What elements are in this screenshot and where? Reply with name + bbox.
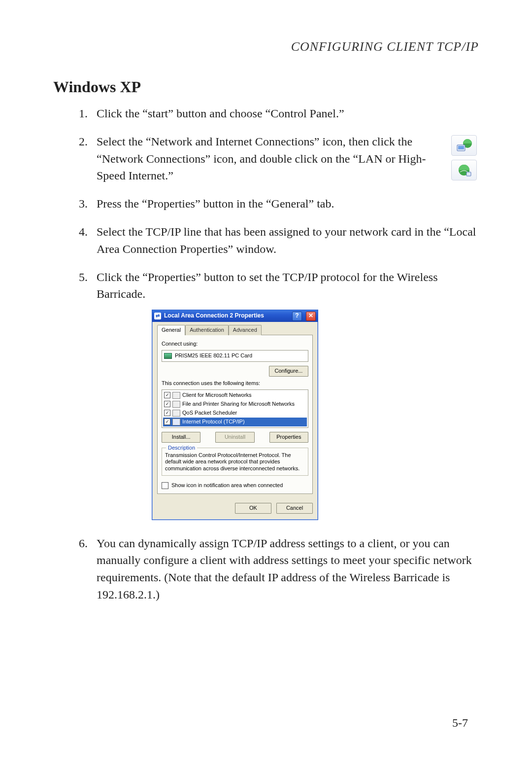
configure-button[interactable]: Configure... <box>269 366 308 377</box>
close-button[interactable]: ✕ <box>306 312 316 321</box>
network-connections-icon <box>451 135 477 156</box>
list-item[interactable]: ✓ File and Printer Sharing for Microsoft… <box>163 400 307 409</box>
step-text: You can dynamically assign TCP/IP addres… <box>97 535 479 603</box>
properties-button[interactable]: Properties <box>269 432 308 443</box>
help-button[interactable]: ? <box>292 312 302 321</box>
items-listbox[interactable]: ✓ Client for Microsoft Networks ✓ File a… <box>162 389 308 428</box>
page-number: 5-7 <box>452 716 468 730</box>
step-number: 6. <box>53 535 97 603</box>
list-item[interactable]: ✓ Client for Microsoft Networks <box>163 391 307 400</box>
connect-using-label: Connect using: <box>162 340 308 348</box>
list-item-selected[interactable]: ✓ Internet Protocol (TCP/IP) <box>163 418 307 426</box>
service-icon <box>172 401 180 408</box>
service-icon <box>172 410 180 417</box>
step-number: 4. <box>53 223 97 258</box>
list-item-label: QoS Packet Scheduler <box>182 409 237 417</box>
show-icon-checkbox[interactable] <box>162 482 168 489</box>
step-number: 1. <box>53 105 97 122</box>
ok-button[interactable]: OK <box>235 503 271 514</box>
tab-strip: General Authentication Advanced <box>157 325 313 335</box>
inline-figure <box>449 135 479 180</box>
connection-icon: ⇄ <box>154 313 161 319</box>
service-icon <box>172 419 180 425</box>
step-text: Select the “Network and Internet Connect… <box>97 133 440 184</box>
show-icon-label: Show icon in notification area when conn… <box>171 482 283 490</box>
step-number: 3. <box>53 195 97 212</box>
cancel-button[interactable]: Cancel <box>276 503 313 514</box>
properties-dialog: ⇄ Local Area Connection 2 Properties ? ✕… <box>152 310 318 520</box>
step-number: 2. <box>53 133 97 184</box>
description-group: Description Transmission Control Protoco… <box>162 448 308 476</box>
install-button[interactable]: Install... <box>162 432 200 443</box>
dialog-titlebar[interactable]: ⇄ Local Area Connection 2 Properties ? ✕ <box>152 310 318 322</box>
adapter-name: PRISM25 IEEE 802.11 PC Card <box>175 352 252 360</box>
step-text: Click the “start” button and choose “Con… <box>97 105 479 122</box>
step-number: 5. <box>53 269 97 520</box>
running-header: CONFIGURING CLIENT TCP/IP <box>53 39 479 54</box>
section-title: Windows XP <box>53 78 479 96</box>
adapter-field[interactable]: PRISM25 IEEE 802.11 PC Card <box>162 350 308 362</box>
list-item-label: File and Printer Sharing for Microsoft N… <box>182 400 295 408</box>
tab-authentication[interactable]: Authentication <box>185 325 229 335</box>
checkbox-icon[interactable]: ✓ <box>164 392 170 398</box>
list-item-label: Internet Protocol (TCP/IP) <box>182 418 245 426</box>
step-text: Click the “Properties” button to set the… <box>97 271 437 301</box>
list-item[interactable]: ✓ QoS Packet Scheduler <box>163 409 307 418</box>
list-item-label: Client for Microsoft Networks <box>182 391 252 399</box>
description-legend: Description <box>166 444 197 452</box>
svg-rect-2 <box>458 146 464 149</box>
steps-list: 1. Click the “start” button and choose “… <box>53 105 479 603</box>
uninstall-button[interactable]: Uninstall <box>215 432 254 443</box>
step-text: Press the “Properties” button in the “Ge… <box>97 195 479 212</box>
tab-general[interactable]: General <box>157 325 185 335</box>
items-label: This connection uses the following items… <box>162 380 308 387</box>
lan-globe-icon <box>451 160 477 180</box>
step-text: Select the TCP/IP line that has been ass… <box>97 223 479 258</box>
tab-general-pane: Connect using: PRISM25 IEEE 802.11 PC Ca… <box>157 335 313 494</box>
checkbox-icon[interactable]: ✓ <box>164 401 170 407</box>
svg-rect-4 <box>466 172 471 176</box>
description-text: Transmission Control Protocol/Internet P… <box>165 452 305 472</box>
service-icon <box>172 392 180 399</box>
dialog-title: Local Area Connection 2 Properties <box>164 312 264 320</box>
nic-icon <box>164 353 172 359</box>
checkbox-icon[interactable]: ✓ <box>164 410 170 416</box>
tab-advanced[interactable]: Advanced <box>229 325 262 335</box>
checkbox-icon[interactable]: ✓ <box>164 419 170 425</box>
